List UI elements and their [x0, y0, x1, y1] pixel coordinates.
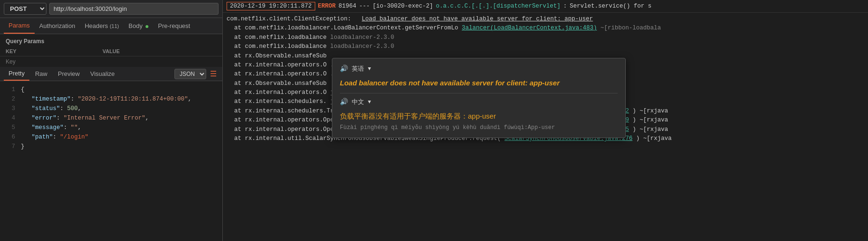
left-panel: POST GET PUT DELETE Params Authorization…: [0, 0, 223, 241]
kv-value-placeholder[interactable]: [97, 56, 222, 67]
tab-headers[interactable]: Headers (11): [80, 19, 124, 33]
stack-line-2: at com.netflix.loadbalance loadbalancer-…: [227, 42, 864, 51]
kv-row-placeholder: Key: [0, 56, 222, 67]
tab-prerequest[interactable]: Pre-request: [153, 19, 195, 33]
log-body: com.netflix.client.ClientException: Load…: [223, 13, 868, 241]
translation-tooltip: 🔊 英语 ▼ Load balancer does not have avail…: [332, 58, 626, 138]
body-tab-raw[interactable]: Raw: [30, 67, 52, 80]
en-lang-arrow[interactable]: ▼: [368, 65, 371, 73]
code-line-7: 7 }: [0, 142, 222, 151]
format-icon[interactable]: ☰: [208, 68, 219, 79]
body-dot: [146, 25, 148, 28]
kv-table: KEY VALUE Key: [0, 46, 222, 67]
log-timestamp: 2020-12-19 19:20:11.872: [227, 2, 315, 10]
code-line-1: 1 {: [0, 85, 222, 94]
url-bar: POST GET PUT DELETE: [0, 0, 222, 18]
body-tab-pretty[interactable]: Pretty: [4, 67, 29, 81]
log-level: ERROR: [318, 3, 336, 9]
body-tab-preview[interactable]: Preview: [53, 67, 84, 80]
tooltip-divider: [340, 93, 618, 93]
tab-params[interactable]: Params: [4, 18, 35, 34]
tooltip-pinyin: Fùzài pínghéng qì méiyǒu shìyòng yú kèhù…: [340, 123, 618, 132]
tooltip-cn-row: 🔊 中文 ▼: [340, 97, 618, 108]
stack-line-1: at com.netflix.loadbalance loadbalancer-…: [227, 33, 864, 42]
log-thread: [io-30020-exec-2]: [373, 3, 433, 9]
tooltip-en-text: Load balancer does not have available se…: [340, 77, 618, 88]
url-input[interactable]: [49, 3, 219, 15]
stack-line-0: at com.netflix.loadbalancer.LoadBalancer…: [227, 24, 864, 33]
cn-lang-arrow[interactable]: ▼: [368, 98, 371, 106]
kv-key-header: KEY: [0, 46, 97, 56]
tooltip-en-row: 🔊 英语 ▼: [340, 64, 618, 74]
speaker-en-icon[interactable]: 🔊: [340, 64, 348, 74]
right-panel: 2020-12-19 19:20:11.872 ERROR 81964 --- …: [223, 0, 868, 241]
code-line-6: 6 "path" : "/login": [0, 132, 222, 142]
cn-lang-label: 中文: [352, 98, 364, 107]
tab-authorization[interactable]: Authorization: [35, 19, 80, 33]
log-message: Servlet.service() for s: [570, 3, 652, 9]
en-lang-label: 英语: [352, 65, 364, 74]
tooltip-cn-text: 负载平衡器没有适用于客户端的服务器：app-user: [340, 111, 618, 121]
code-line-3: 3 "status" : 500,: [0, 104, 222, 113]
code-line-5: 5 "message" : "",: [0, 123, 222, 132]
tab-body[interactable]: Body: [124, 19, 153, 33]
error-main-line: com.netflix.client.ClientException: Load…: [227, 15, 864, 24]
speaker-cn-icon[interactable]: 🔊: [340, 97, 348, 108]
body-tab-visualize[interactable]: Visualize: [85, 67, 119, 80]
request-tabs-row: Params Authorization Headers (11) Body P…: [0, 18, 222, 34]
error-text: Load balancer does not have available se…: [362, 16, 593, 22]
log-number: 81964: [338, 3, 356, 9]
log-header: 2020-12-19 19:20:11.872 ERROR 81964 --- …: [223, 0, 868, 13]
code-line-2: 2 "timestamp" : "2020-12-19T11:20:11.874…: [0, 94, 222, 104]
log-class: o.a.c.c.C.[.[.].[dispatcherServlet]: [436, 3, 561, 9]
kv-key-placeholder[interactable]: Key: [0, 56, 97, 67]
code-line-4: 4 "error" : "Internal Server Error",: [0, 113, 222, 123]
format-select[interactable]: JSON XML HTML: [174, 69, 206, 79]
code-area: 1 { 2 "timestamp" : "2020-12-19T11:20:11…: [0, 81, 222, 241]
method-select[interactable]: POST GET PUT DELETE: [4, 3, 46, 15]
format-select-wrapper: JSON XML HTML ☰: [174, 68, 219, 79]
kv-value-header: VALUE: [97, 46, 222, 56]
error-class: com.netflix.client.ClientException:: [227, 16, 351, 22]
body-tabs-row: Pretty Raw Preview Visualize JSON XML HT…: [0, 67, 222, 81]
query-params-label: Query Params: [0, 34, 222, 46]
log-colon: :: [563, 3, 567, 9]
log-separator: ---: [359, 3, 370, 9]
